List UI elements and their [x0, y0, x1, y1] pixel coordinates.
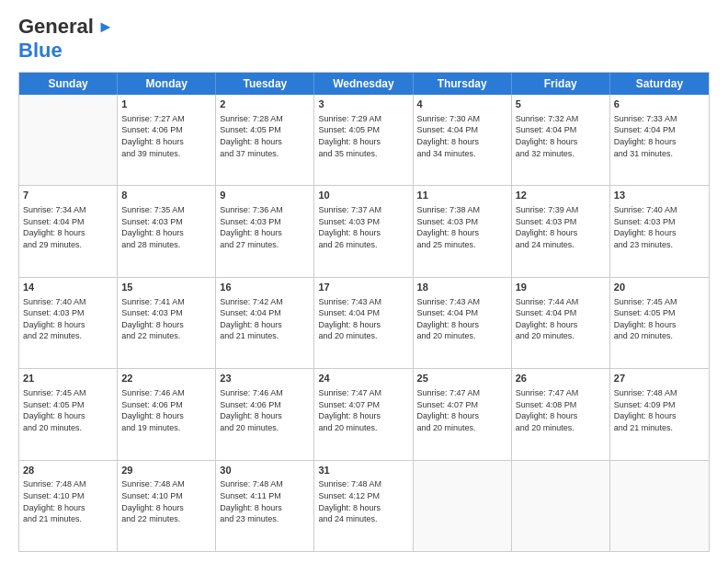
cell-day-number: 5: [516, 98, 606, 111]
cell-info: Sunrise: 7:38 AM Sunset: 4:03 PM Dayligh…: [417, 204, 507, 250]
cal-cell-empty-4-4: [414, 461, 512, 551]
cell-day-number: 9: [220, 189, 310, 202]
cell-info: Sunrise: 7:48 AM Sunset: 4:12 PM Dayligh…: [318, 478, 408, 524]
cell-info: Sunrise: 7:30 AM Sunset: 4:04 PM Dayligh…: [417, 113, 507, 159]
cal-cell-28: 28Sunrise: 7:48 AM Sunset: 4:10 PM Dayli…: [19, 461, 118, 551]
cell-info: Sunrise: 7:47 AM Sunset: 4:07 PM Dayligh…: [417, 387, 507, 433]
cell-info: Sunrise: 7:35 AM Sunset: 4:03 PM Dayligh…: [121, 204, 211, 250]
cell-day-number: 24: [318, 372, 408, 385]
cell-info: Sunrise: 7:48 AM Sunset: 4:10 PM Dayligh…: [121, 478, 211, 524]
cell-day-number: 31: [318, 464, 408, 477]
cell-info: Sunrise: 7:43 AM Sunset: 4:04 PM Dayligh…: [318, 296, 408, 342]
cell-day-number: 28: [23, 464, 113, 477]
cal-cell-empty-4-5: [512, 461, 610, 551]
header: General ► Blue: [18, 15, 710, 63]
cal-cell-17: 17Sunrise: 7:43 AM Sunset: 4:04 PM Dayli…: [314, 278, 413, 368]
cell-info: Sunrise: 7:28 AM Sunset: 4:05 PM Dayligh…: [220, 113, 310, 159]
day-header-monday: Monday: [118, 73, 216, 95]
cell-day-number: 1: [121, 98, 211, 111]
cell-info: Sunrise: 7:40 AM Sunset: 4:03 PM Dayligh…: [23, 296, 113, 342]
cal-cell-26: 26Sunrise: 7:47 AM Sunset: 4:08 PM Dayli…: [512, 369, 610, 459]
cell-info: Sunrise: 7:32 AM Sunset: 4:04 PM Dayligh…: [516, 113, 606, 159]
cal-cell-2: 2Sunrise: 7:28 AM Sunset: 4:05 PM Daylig…: [216, 95, 314, 185]
cal-cell-empty-0-0: [19, 95, 118, 185]
cell-info: Sunrise: 7:37 AM Sunset: 4:03 PM Dayligh…: [318, 204, 408, 250]
cell-day-number: 29: [121, 464, 211, 477]
day-header-tuesday: Tuesday: [216, 73, 314, 95]
cell-info: Sunrise: 7:46 AM Sunset: 4:06 PM Dayligh…: [121, 387, 211, 433]
cell-info: Sunrise: 7:48 AM Sunset: 4:10 PM Dayligh…: [23, 478, 113, 524]
logo-bird-icon: ►: [97, 17, 114, 37]
cell-info: Sunrise: 7:39 AM Sunset: 4:03 PM Dayligh…: [516, 204, 606, 250]
cell-info: Sunrise: 7:29 AM Sunset: 4:05 PM Dayligh…: [318, 113, 408, 159]
cell-day-number: 17: [318, 281, 408, 294]
cell-day-number: 20: [614, 281, 705, 294]
cell-day-number: 11: [417, 189, 507, 202]
cell-day-number: 19: [516, 281, 606, 294]
cell-info: Sunrise: 7:43 AM Sunset: 4:04 PM Dayligh…: [417, 296, 507, 342]
calendar-body: 1Sunrise: 7:27 AM Sunset: 4:06 PM Daylig…: [19, 95, 709, 551]
cal-cell-4: 4Sunrise: 7:30 AM Sunset: 4:04 PM Daylig…: [414, 95, 512, 185]
cell-info: Sunrise: 7:45 AM Sunset: 4:05 PM Dayligh…: [614, 296, 705, 342]
day-header-thursday: Thursday: [414, 73, 512, 95]
cell-day-number: 26: [516, 372, 606, 385]
cell-day-number: 10: [318, 189, 408, 202]
cell-day-number: 14: [23, 281, 113, 294]
cell-day-number: 30: [220, 464, 310, 477]
calendar-row-0: 1Sunrise: 7:27 AM Sunset: 4:06 PM Daylig…: [19, 95, 709, 185]
calendar-row-2: 14Sunrise: 7:40 AM Sunset: 4:03 PM Dayli…: [19, 277, 709, 368]
cell-day-number: 13: [614, 189, 705, 202]
cal-cell-25: 25Sunrise: 7:47 AM Sunset: 4:07 PM Dayli…: [414, 369, 512, 459]
cal-cell-6: 6Sunrise: 7:33 AM Sunset: 4:04 PM Daylig…: [610, 95, 709, 185]
cell-info: Sunrise: 7:34 AM Sunset: 4:04 PM Dayligh…: [23, 204, 113, 250]
calendar-row-1: 7Sunrise: 7:34 AM Sunset: 4:04 PM Daylig…: [19, 185, 709, 276]
cell-info: Sunrise: 7:27 AM Sunset: 4:06 PM Dayligh…: [121, 113, 211, 159]
cell-info: Sunrise: 7:40 AM Sunset: 4:03 PM Dayligh…: [614, 204, 705, 250]
cal-cell-21: 21Sunrise: 7:45 AM Sunset: 4:05 PM Dayli…: [19, 369, 118, 459]
cell-day-number: 21: [23, 372, 113, 385]
cell-info: Sunrise: 7:41 AM Sunset: 4:03 PM Dayligh…: [121, 296, 211, 342]
cell-info: Sunrise: 7:33 AM Sunset: 4:04 PM Dayligh…: [614, 113, 705, 159]
cal-cell-empty-4-6: [610, 461, 709, 551]
logo-general-text: General: [18, 15, 94, 39]
calendar-row-4: 28Sunrise: 7:48 AM Sunset: 4:10 PM Dayli…: [19, 460, 709, 551]
cal-cell-7: 7Sunrise: 7:34 AM Sunset: 4:04 PM Daylig…: [19, 186, 118, 276]
calendar-header-row: SundayMondayTuesdayWednesdayThursdayFrid…: [19, 73, 709, 95]
cell-day-number: 15: [121, 281, 211, 294]
cell-day-number: 22: [121, 372, 211, 385]
cal-cell-12: 12Sunrise: 7:39 AM Sunset: 4:03 PM Dayli…: [512, 186, 610, 276]
cell-day-number: 27: [614, 372, 705, 385]
calendar: SundayMondayTuesdayWednesdayThursdayFrid…: [18, 72, 710, 552]
day-header-wednesday: Wednesday: [314, 73, 413, 95]
cell-day-number: 16: [220, 281, 310, 294]
cal-cell-30: 30Sunrise: 7:48 AM Sunset: 4:11 PM Dayli…: [216, 461, 314, 551]
cal-cell-16: 16Sunrise: 7:42 AM Sunset: 4:04 PM Dayli…: [216, 278, 314, 368]
day-header-sunday: Sunday: [19, 73, 118, 95]
cal-cell-19: 19Sunrise: 7:44 AM Sunset: 4:04 PM Dayli…: [512, 278, 610, 368]
cal-cell-27: 27Sunrise: 7:48 AM Sunset: 4:09 PM Dayli…: [610, 369, 709, 459]
cell-info: Sunrise: 7:42 AM Sunset: 4:04 PM Dayligh…: [220, 296, 310, 342]
cell-info: Sunrise: 7:48 AM Sunset: 4:11 PM Dayligh…: [220, 478, 310, 524]
cell-info: Sunrise: 7:47 AM Sunset: 4:07 PM Dayligh…: [318, 387, 408, 433]
cell-day-number: 12: [516, 189, 606, 202]
cell-info: Sunrise: 7:48 AM Sunset: 4:09 PM Dayligh…: [614, 387, 705, 433]
cell-day-number: 3: [318, 98, 408, 111]
cell-day-number: 8: [121, 189, 211, 202]
cell-day-number: 4: [417, 98, 507, 111]
cal-cell-31: 31Sunrise: 7:48 AM Sunset: 4:12 PM Dayli…: [314, 461, 413, 551]
day-header-friday: Friday: [512, 73, 610, 95]
cell-day-number: 2: [220, 98, 310, 111]
cal-cell-18: 18Sunrise: 7:43 AM Sunset: 4:04 PM Dayli…: [414, 278, 512, 368]
cal-cell-29: 29Sunrise: 7:48 AM Sunset: 4:10 PM Dayli…: [118, 461, 216, 551]
cell-day-number: 23: [220, 372, 310, 385]
calendar-row-3: 21Sunrise: 7:45 AM Sunset: 4:05 PM Dayli…: [19, 368, 709, 459]
cal-cell-1: 1Sunrise: 7:27 AM Sunset: 4:06 PM Daylig…: [118, 95, 216, 185]
logo: General ► Blue: [18, 15, 114, 63]
cell-info: Sunrise: 7:44 AM Sunset: 4:04 PM Dayligh…: [516, 296, 606, 342]
cal-cell-15: 15Sunrise: 7:41 AM Sunset: 4:03 PM Dayli…: [118, 278, 216, 368]
logo-blue-text: Blue: [18, 39, 63, 62]
cal-cell-23: 23Sunrise: 7:46 AM Sunset: 4:06 PM Dayli…: [216, 369, 314, 459]
cal-cell-13: 13Sunrise: 7:40 AM Sunset: 4:03 PM Dayli…: [610, 186, 709, 276]
page: General ► Blue SundayMondayTuesdayWednes…: [0, 0, 728, 563]
cal-cell-20: 20Sunrise: 7:45 AM Sunset: 4:05 PM Dayli…: [610, 278, 709, 368]
